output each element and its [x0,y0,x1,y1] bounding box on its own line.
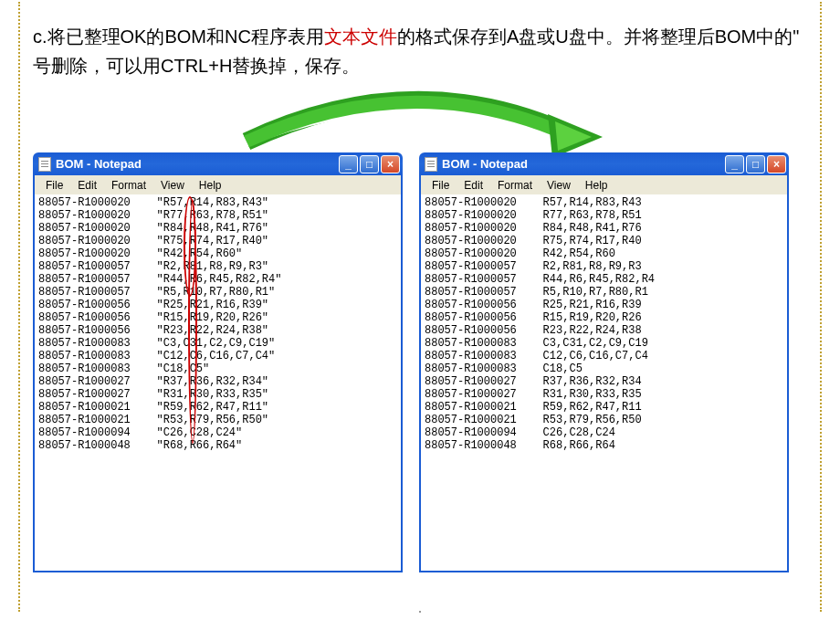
menu-edit[interactable]: Edit [457,178,489,193]
text-content-before[interactable]: 88057-R1000020 "R57,R14,R83,R43" 88057-R… [33,194,403,572]
menu-view[interactable]: View [154,178,191,193]
menu-edit[interactable]: Edit [71,178,103,193]
menu-help[interactable]: Help [193,178,228,193]
menu-file[interactable]: File [39,178,69,193]
maximize-button[interactable]: □ [746,155,765,173]
instruction-prefix: c.将已整理OK的BOM和NC程序表用 [33,26,324,47]
minimize-button[interactable]: _ [725,155,744,173]
close-button[interactable]: × [381,155,400,173]
maximize-button[interactable]: □ [360,155,379,173]
menubar: FileEditFormatViewHelp [33,175,403,194]
highlight-ellipse [188,199,197,444]
menu-format[interactable]: Format [491,178,539,193]
minimize-button[interactable]: _ [339,155,358,173]
menu-view[interactable]: View [541,178,577,193]
footer-dot: . [417,598,422,617]
menu-file[interactable]: File [425,178,456,193]
arrow [228,87,612,151]
window-title: BOM - Notepad [56,157,142,171]
menubar: FileEditFormatViewHelp [419,175,789,194]
notepad-before: BOM - Notepad _ □ × FileEditFormatViewHe… [33,152,403,572]
titlebar: BOM - Notepad _ □ × [33,152,403,175]
menu-format[interactable]: Format [105,178,152,193]
menu-help[interactable]: Help [579,178,614,193]
notepad-icon [38,157,51,172]
notepad-after: BOM - Notepad _ □ × FileEditFormatViewHe… [419,152,789,572]
text-content-after[interactable]: 88057-R1000020 R57,R14,R83,R43 88057-R10… [419,194,789,572]
titlebar: BOM - Notepad _ □ × [419,152,789,175]
window-title: BOM - Notepad [442,157,528,171]
instruction-red: 文本文件 [324,26,397,47]
close-button[interactable]: × [767,155,786,173]
instruction-text: c.将已整理OK的BOM和NC程序表用文本文件的格式保存到A盘或U盘中。并将整理… [33,22,807,80]
notepad-icon [425,157,437,172]
